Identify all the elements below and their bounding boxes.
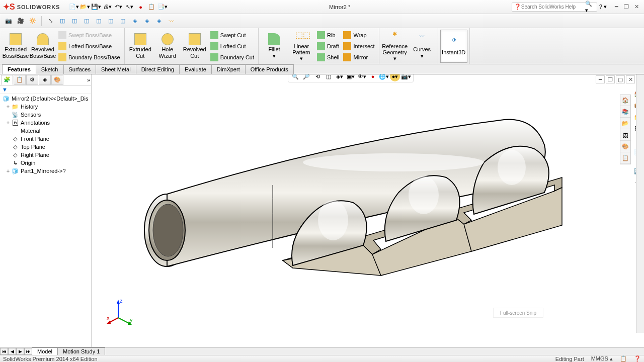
camera-icon[interactable]: 📷 xyxy=(3,16,14,27)
tree-expander[interactable]: + xyxy=(5,168,11,174)
help-dropdown[interactable]: ? ▾ xyxy=(599,4,607,10)
motion-study-tab[interactable]: Motion Study 1 xyxy=(57,347,105,355)
view-front-icon[interactable]: ◫ xyxy=(57,16,68,27)
view-iso-icon[interactable]: ◈ xyxy=(129,16,140,27)
tree-expander[interactable]: + xyxy=(5,120,11,126)
tree-item[interactable]: 📡Sensors xyxy=(0,111,91,119)
taskpane-appearances-icon[interactable]: 🎨 xyxy=(620,141,630,152)
rebuild-button[interactable]: ● xyxy=(135,2,145,12)
open-button[interactable]: 📂▾ xyxy=(80,2,90,12)
undo-button[interactable]: ↶▾ xyxy=(113,2,123,12)
save-button[interactable]: 💾▾ xyxy=(91,2,101,12)
tab-surfaces[interactable]: Surfaces xyxy=(63,64,96,74)
instant3d-button[interactable]: ⬗ Instant3D xyxy=(440,30,467,63)
help-search[interactable]: ❓ 🔍▾ xyxy=(512,3,597,12)
fillet-button[interactable]: Fillet▾ xyxy=(261,30,288,63)
orientation-triad[interactable]: z y x xyxy=(106,298,136,328)
select-button[interactable]: ↖▾ xyxy=(124,2,134,12)
status-units[interactable]: MMGS ▴ xyxy=(591,355,613,362)
rib-button[interactable]: Rib xyxy=(315,30,341,41)
wrap-button[interactable]: Wrap xyxy=(341,30,376,41)
reference-geometry-button[interactable]: ✱ Reference Geometry▾ xyxy=(381,30,409,63)
tree-item[interactable]: +🄰Annotations xyxy=(0,119,91,127)
view-right-icon[interactable]: ◫ xyxy=(93,16,104,27)
render-icon[interactable]: 🔆 xyxy=(27,16,38,27)
tree-item[interactable]: ◇Front Plane xyxy=(0,135,91,143)
view-trimetric-icon[interactable]: ◈ xyxy=(153,16,165,27)
tree-item[interactable]: ◇Right Plane xyxy=(0,151,91,159)
tree-item[interactable]: +📁History xyxy=(0,103,91,111)
view-top-icon[interactable]: ◫ xyxy=(105,16,116,27)
search-icon[interactable]: 🔍▾ xyxy=(585,1,595,14)
status-help-icon[interactable]: ❓ xyxy=(634,355,641,362)
shell-button[interactable]: Shell xyxy=(315,52,341,63)
view-left-icon[interactable]: ◫ xyxy=(81,16,92,27)
tree-item[interactable]: +🧊Part1_Mirrored->? xyxy=(0,167,91,175)
print-button[interactable]: 🖨▾ xyxy=(102,2,112,12)
tree-root[interactable]: 🧊 Mirror2 (Default<<Default>_Dis xyxy=(0,95,91,103)
view-back-icon[interactable]: ◫ xyxy=(69,16,80,27)
status-customize-icon[interactable]: 📋 xyxy=(620,355,627,362)
draft-button[interactable]: Draft xyxy=(315,41,341,52)
swept-cut-button[interactable]: Swept Cut xyxy=(208,30,256,41)
vertical-scrollbar[interactable] xyxy=(636,74,644,333)
boundary-boss-button[interactable]: Boundary Boss/Base xyxy=(56,52,122,63)
graphics-viewport[interactable]: ━ ❐ ▢ ✕ 🔍 🔎 ⟲ ◫ ◈▾ ▣▾ 👁▾ ● 🌐▾ ●▾ 📷▾ xyxy=(92,74,644,348)
tab-nav-next[interactable]: ▶ xyxy=(16,348,24,355)
restore-button[interactable]: ❐ xyxy=(622,3,631,11)
tab-sheet-metal[interactable]: Sheet Metal xyxy=(96,64,136,74)
tree-expander[interactable] xyxy=(5,136,11,142)
view-bottom-icon[interactable]: ◫ xyxy=(117,16,128,27)
settings-button[interactable]: 📑▾ xyxy=(157,2,168,12)
taskpane-design-library-icon[interactable]: 📚 xyxy=(620,107,630,118)
swept-boss-button[interactable]: Swept Boss/Base xyxy=(56,30,122,41)
tab-nav-prev[interactable]: ◀ xyxy=(8,348,16,355)
new-button[interactable]: 📄▾ xyxy=(69,2,79,12)
options-button[interactable]: 📋 xyxy=(146,2,156,12)
curve-tool-icon[interactable]: 〰 xyxy=(166,16,177,27)
display-manager-tab[interactable]: 🎨 xyxy=(51,75,63,85)
view-dimetric-icon[interactable]: ◈ xyxy=(141,16,152,27)
property-manager-tab[interactable]: 📋 xyxy=(14,75,26,85)
intersect-button[interactable]: Intersect xyxy=(341,41,376,52)
tree-expander[interactable] xyxy=(5,160,11,166)
model-tab[interactable]: Model xyxy=(32,347,58,355)
search-input[interactable] xyxy=(521,4,585,10)
mirror-button[interactable]: Mirror xyxy=(341,52,376,63)
tab-dimxpert[interactable]: DimXpert xyxy=(211,64,246,74)
minimize-button[interactable]: ━ xyxy=(612,3,621,11)
tab-direct-editing[interactable]: Direct Editing xyxy=(136,64,180,74)
lofted-boss-button[interactable]: Lofted Boss/Base xyxy=(56,41,122,52)
lofted-cut-button[interactable]: Lofted Cut xyxy=(208,41,256,52)
tree-item[interactable]: ≡Material xyxy=(0,127,91,135)
tree-filter-row[interactable]: ▼ xyxy=(0,85,91,94)
dimxpert-manager-tab[interactable]: ◈ xyxy=(39,75,51,85)
taskpane-file-explorer-icon[interactable]: 📂 xyxy=(620,118,630,129)
extruded-cut-button[interactable]: Extruded Cut xyxy=(127,30,154,63)
feature-manager-tab[interactable]: 🧩 xyxy=(1,75,13,85)
tree-expander[interactable] xyxy=(5,144,11,150)
taskpane-view-palette-icon[interactable]: 🖼 xyxy=(620,130,630,141)
tab-office-products[interactable]: Office Products xyxy=(245,64,294,74)
linear-pattern-button[interactable]: ⬚⬚ Linear Pattern▾ xyxy=(288,30,315,63)
revolved-cut-button[interactable]: Revolved Cut xyxy=(181,30,208,63)
tree-expander[interactable] xyxy=(5,128,11,134)
tree-expander[interactable] xyxy=(5,152,11,158)
tab-features[interactable]: Features xyxy=(2,64,36,74)
axis-icon[interactable]: ⤡ xyxy=(45,16,56,27)
close-button[interactable]: ✕ xyxy=(632,3,641,11)
tree-item[interactable]: ◇Top Plane xyxy=(0,143,91,151)
hole-wizard-button[interactable]: Hole Wizard xyxy=(154,30,181,63)
tree-expander[interactable] xyxy=(5,112,11,118)
taskpane-custom-props-icon[interactable]: 📋 xyxy=(620,153,630,164)
tab-evaluate[interactable]: Evaluate xyxy=(179,64,212,74)
boundary-cut-button[interactable]: Boundary Cut xyxy=(208,52,256,63)
tree-expander[interactable]: + xyxy=(5,104,11,110)
extruded-boss-button[interactable]: Extruded Boss/Base xyxy=(2,30,29,63)
record-icon[interactable]: 🎥 xyxy=(15,16,26,27)
tab-nav-first[interactable]: ⏮ xyxy=(0,348,8,355)
tab-nav-last[interactable]: ⏭ xyxy=(24,348,32,355)
curves-button[interactable]: 〰 Curves▾ xyxy=(409,30,436,63)
configuration-manager-tab[interactable]: ⚙ xyxy=(26,75,38,85)
taskpane-resources-icon[interactable]: 🏠 xyxy=(620,95,630,106)
